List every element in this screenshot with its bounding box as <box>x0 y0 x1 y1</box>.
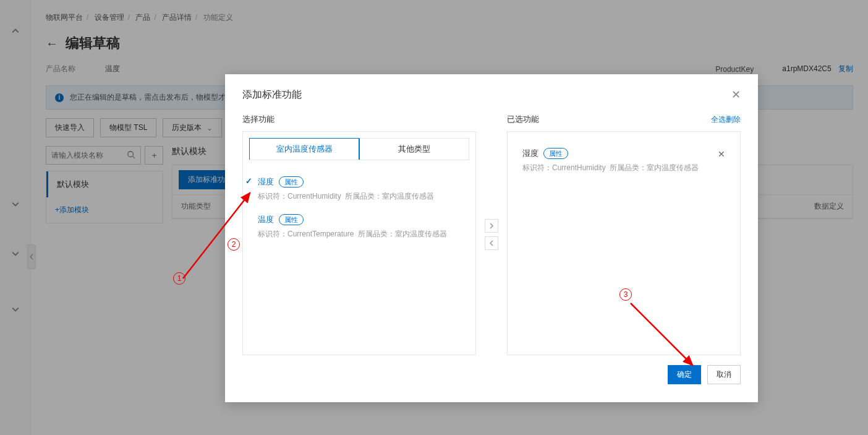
remove-icon[interactable]: ✕ <box>718 149 725 159</box>
right-col-label: 已选功能 <box>507 114 539 125</box>
left-col-label: 选择功能 <box>242 114 274 125</box>
add-standard-dialog: 添加标准功能 ✕ 选择功能 室内温度传感器 其他类型 ✓ 湿度 属性 <box>225 74 758 402</box>
item-name: 湿度 <box>522 148 538 159</box>
ok-button[interactable]: 确定 <box>668 365 701 384</box>
available-item-humidity[interactable]: ✓ 湿度 属性 标识符：CurrentHumidity 所属品类：室内温度传感器 <box>255 170 463 208</box>
item-name: 湿度 <box>258 176 274 187</box>
tab-category[interactable]: 室内温度传感器 <box>249 138 359 160</box>
available-panel: 室内温度传感器 其他类型 ✓ 湿度 属性 标识符：CurrentHumidity… <box>242 131 476 355</box>
chosen-item-humidity: 湿度 属性 标识符：CurrentHumidity 所属品类：室内温度传感器 ✕ <box>520 142 728 179</box>
transfer-arrows <box>485 219 498 250</box>
check-icon: ✓ <box>245 176 252 186</box>
move-right-button[interactable] <box>485 219 498 233</box>
item-badge: 属性 <box>279 176 304 187</box>
available-item-temperature[interactable]: 温度 属性 标识符：CurrentTemperature 所属品类：室内温度传感… <box>255 208 463 246</box>
dialog-title: 添加标准功能 <box>242 88 302 101</box>
chosen-panel: 湿度 属性 标识符：CurrentHumidity 所属品类：室内温度传感器 ✕ <box>507 131 741 355</box>
close-icon[interactable]: ✕ <box>731 88 741 101</box>
tab-other[interactable]: 其他类型 <box>359 138 469 160</box>
item-badge: 属性 <box>279 214 304 225</box>
item-meta: 标识符：CurrentHumidity 所属品类：室内温度传感器 <box>522 163 725 173</box>
move-left-button[interactable] <box>485 236 498 250</box>
cancel-button[interactable]: 取消 <box>707 365 741 384</box>
item-meta: 标识符：CurrentTemperature 所属品类：室内温度传感器 <box>258 229 461 239</box>
clear-all-link[interactable]: 全选删除 <box>711 114 741 125</box>
item-name: 温度 <box>258 214 274 225</box>
item-badge: 属性 <box>543 148 568 159</box>
item-meta: 标识符：CurrentHumidity 所属品类：室内温度传感器 <box>258 191 461 202</box>
